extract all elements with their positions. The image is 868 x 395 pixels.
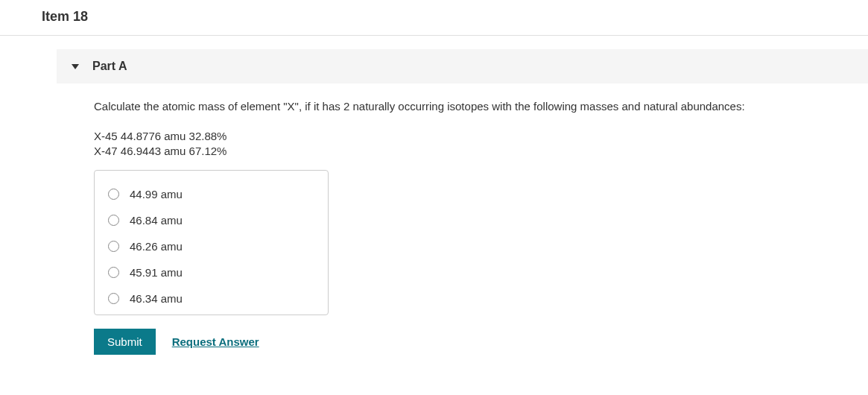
radio-icon <box>108 241 119 252</box>
option-label: 44.99 amu <box>130 188 183 200</box>
actions-row: Submit Request Answer <box>94 329 868 355</box>
radio-icon <box>108 189 119 200</box>
isotope-line-1: X-45 44.8776 amu 32.88% <box>94 129 868 144</box>
option-row[interactable]: 44.99 amu <box>108 181 314 207</box>
caret-down-icon <box>72 64 79 69</box>
option-row[interactable]: 46.34 amu <box>108 285 314 312</box>
option-label: 46.26 amu <box>130 240 183 253</box>
radio-icon <box>108 293 119 304</box>
isotope-data: X-45 44.8776 amu 32.88% X-47 46.9443 amu… <box>94 129 868 159</box>
item-title: Item 18 <box>42 9 868 25</box>
request-answer-link[interactable]: Request Answer <box>172 335 259 348</box>
option-row[interactable]: 46.26 amu <box>108 233 314 259</box>
option-row[interactable]: 45.91 amu <box>108 259 314 285</box>
item-header: Item 18 <box>0 0 868 36</box>
part-header[interactable]: Part A <box>57 49 868 83</box>
option-label: 46.34 amu <box>130 292 183 305</box>
option-label: 45.91 amu <box>130 266 183 279</box>
options-box: 44.99 amu 46.84 amu 46.26 amu 45.91 amu … <box>94 170 329 315</box>
option-label: 46.84 amu <box>130 214 183 227</box>
part-title: Part A <box>92 60 127 73</box>
option-row[interactable]: 46.84 amu <box>108 207 314 233</box>
radio-icon <box>108 267 119 278</box>
radio-icon <box>108 215 119 226</box>
question-prompt: Calculate the atomic mass of element "X"… <box>94 100 868 113</box>
submit-button[interactable]: Submit <box>94 329 156 355</box>
isotope-line-2: X-47 46.9443 amu 67.12% <box>94 144 868 159</box>
part-content: Calculate the atomic mass of element "X"… <box>94 83 868 355</box>
